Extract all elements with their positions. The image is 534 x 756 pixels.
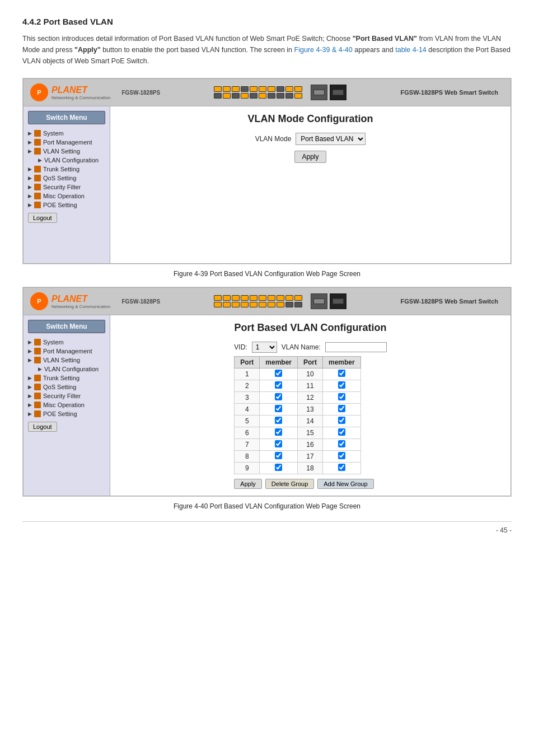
sidebar-item-qos-1[interactable]: ▶ QoS Setting [28,174,105,183]
table-link[interactable]: table 4-14 [395,46,427,54]
smart-switch-label-1: FGSW-1828PS Web Smart Switch [401,89,504,96]
port-18 [277,93,284,99]
vlan-mode-select[interactable]: Port Based VLAN 802.1Q VLAN [296,133,366,145]
port-num-left: 4 [235,404,260,416]
vlan-mode-label: VLAN Mode [255,135,292,143]
port-10 [294,86,302,92]
figure-2-caption: Figure 4-40 Port Based VLAN Configuratio… [22,502,512,510]
sidebar-item-poe-1[interactable]: ▶ POE Setting [28,200,105,209]
member-checkbox-right[interactable] [323,380,361,392]
switch-menu-btn-2[interactable]: Switch Menu [28,320,105,333]
member-checkbox-right[interactable] [323,416,361,427]
sidebar-item-security-1[interactable]: ▶ Security Filter [28,183,105,192]
figure-1-caption: Figure 4-39 Port Based VLAN Configuratio… [22,270,512,278]
sidebar-item-system-1[interactable]: ▶ System [28,129,105,138]
planet-sub-2: Networking & Communication [51,304,110,309]
member-checkbox-right[interactable] [323,463,361,474]
switch-menu-btn-1[interactable]: Switch Menu [28,111,105,124]
member-checkbox-left[interactable] [260,427,298,439]
member-checkbox-left[interactable] [260,416,298,427]
config-title-1: VLAN Mode Configuration [121,113,499,125]
member-checkbox-left[interactable] [260,463,298,474]
port-num-right: 13 [298,404,323,416]
table-row: 6 15 [235,427,360,439]
security-icon-1 [34,184,41,190]
table-row: 3 12 [235,392,360,404]
port-num-left: 7 [235,439,260,451]
sidebar-item-poe-2[interactable]: ▶ POE Setting [28,409,105,418]
vid-select[interactable]: 1 2 [252,342,277,353]
logout-btn-2[interactable]: Logout [28,422,57,432]
port-num-right: 10 [298,368,323,380]
sidebar-item-portmgmt-1[interactable]: ▶ Port Management [28,138,105,147]
logout-btn-1[interactable]: Logout [28,213,57,223]
port-num-right: 14 [298,416,323,427]
switch-body-1: Switch Menu ▶ System ▶ Port Management ▶… [24,106,510,263]
sidebar-item-vlanconfig-2[interactable]: ▶ VLAN Configuration [28,365,105,374]
sidebar-item-misc-2[interactable]: ▶ Misc Operation [28,400,105,409]
col-port2: Port [298,357,323,368]
member-checkbox-right[interactable] [323,404,361,416]
col-port1: Port [235,357,260,368]
member-checkbox-left[interactable] [260,368,298,380]
add-new-group-btn[interactable]: Add New Group [317,479,373,489]
switch-model-1: FGSW-1828PS [121,90,160,96]
sidebar-item-trunk-1[interactable]: ▶ Trunk Setting [28,165,105,174]
port-4 [241,86,249,92]
member-checkbox-left[interactable] [260,380,298,392]
member-checkbox-right[interactable] [323,427,361,439]
vid-label: VID: [234,343,247,351]
switch-body-2: Switch Menu ▶ System ▶ Port Management ▶… [24,315,510,496]
port-11 [214,93,222,99]
sidebar-item-vlan-2[interactable]: ▶ VLAN Setting [28,356,105,365]
table-row: 9 18 [235,463,360,474]
port-2 [223,86,231,92]
vlan-name-input[interactable] [325,342,387,352]
switch-header-1: P PLANET Networking & Communication FGSW… [24,79,510,106]
sidebar-item-misc-1[interactable]: ▶ Misc Operation [28,192,105,200]
member-checkbox-right[interactable] [323,451,361,463]
table-row: 1 10 [235,368,360,380]
sidebar-item-security-2[interactable]: ▶ Security Filter [28,391,105,400]
apply-btn-2[interactable]: Apply [234,479,262,489]
switch-panel-1: P PLANET Networking & Communication FGSW… [23,78,511,264]
port-20 [294,93,302,99]
sidebar-item-trunk-2[interactable]: ▶ Trunk Setting [28,374,105,382]
port-num-left: 8 [235,451,260,463]
system-icon-1 [34,130,41,137]
smart-switch-label-2: FGSW-1828PS Web Smart Switch [401,298,504,305]
delete-group-btn[interactable]: Delete Group [265,479,314,489]
member-checkbox-right[interactable] [323,392,361,404]
table-row: 5 14 [235,416,360,427]
sidebar-item-system-2[interactable]: ▶ System [28,338,105,347]
planet-logo-1: P PLANET Networking & Communication [30,83,110,101]
switch-panel-2: P PLANET Networking & Communication FGSW… [23,287,511,496]
port-num-right: 16 [298,439,323,451]
member-checkbox-left[interactable] [260,439,298,451]
member-checkbox-left[interactable] [260,404,298,416]
figure-2-caption-wrap: Figure 4-40 Port Based VLAN Configuratio… [22,502,512,510]
member-checkbox-right[interactable] [323,368,361,380]
planet-logo-icon-1: P [30,83,48,101]
port-1 [214,86,222,92]
sfp-port-2 [330,85,346,100]
sidebar-item-portmgmt-2[interactable]: ▶ Port Management [28,347,105,356]
apply-btn-1[interactable]: Apply [294,151,326,163]
member-checkbox-right[interactable] [323,439,361,451]
port-12 [223,93,231,99]
sidebar-2: Switch Menu ▶ System ▶ Port Management ▶… [24,315,110,496]
section-heading: 4.4.2 Port Based VLAN [22,17,512,26]
sidebar-item-vlanconfig-1[interactable]: ▶ VLAN Configuration [28,156,105,165]
switch-diagram-2 [171,293,390,309]
figure-link-1[interactable]: Figure 4-39 & 4-40 [294,46,353,54]
member-checkbox-left[interactable] [260,451,298,463]
qos-icon-1 [34,175,41,181]
port-num-right: 11 [298,380,323,392]
sidebar-item-vlan-1[interactable]: ▶ VLAN Setting [28,147,105,156]
figure-1-container: P PLANET Networking & Communication FGSW… [22,78,512,264]
port-16 [259,93,266,99]
table-row: 8 17 [235,451,360,463]
switch-header-2: P PLANET Networking & Communication FGSW… [24,288,510,315]
sidebar-item-qos-2[interactable]: ▶ QoS Setting [28,382,105,391]
member-checkbox-left[interactable] [260,392,298,404]
